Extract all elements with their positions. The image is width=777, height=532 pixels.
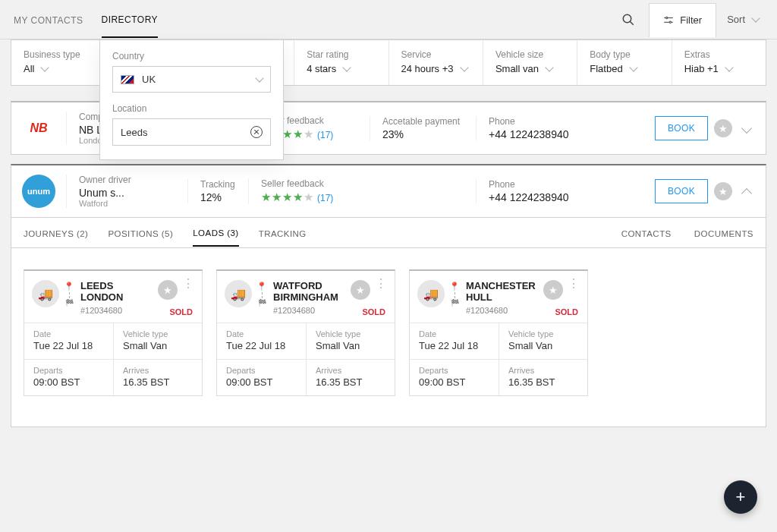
- subtab-contacts[interactable]: CONTACTS: [621, 219, 672, 246]
- filter-value: 4 stars: [307, 63, 336, 74]
- tab-my-contacts[interactable]: MY CONTACTS: [14, 2, 83, 37]
- tracking-value: 12%: [200, 191, 236, 203]
- filter-business-type[interactable]: Business type All: [11, 40, 105, 85]
- chevron-down-icon: [255, 74, 263, 82]
- filter-label: Filter: [680, 14, 702, 26]
- svg-point-0: [624, 14, 632, 23]
- payment-value: 23%: [382, 128, 464, 140]
- truck-icon: 🚚: [32, 280, 59, 307]
- top-tab-bar: MY CONTACTS DIRECTORY Filter Sort: [0, 0, 777, 39]
- feedback-count[interactable]: (17): [317, 130, 333, 140]
- cell-label: Vehicle type: [316, 329, 385, 338]
- load-ref: #12034680: [466, 306, 543, 315]
- subtab-documents[interactable]: DOCUMENTS: [694, 219, 753, 246]
- cell-label: Vehicle type: [123, 329, 193, 338]
- favorite-button[interactable]: ★: [714, 182, 732, 200]
- favorite-button[interactable]: ★: [543, 280, 563, 300]
- star-rating-icon: ★★★★★: [261, 190, 314, 203]
- status-badge: SOLD: [362, 307, 385, 316]
- cell-label: Arrives: [123, 366, 193, 375]
- load-ref: #12034680: [80, 306, 158, 315]
- chevron-down-icon: [725, 63, 733, 71]
- cell-value: Small Van: [316, 340, 385, 351]
- svg-point-3: [666, 17, 668, 18]
- cell-value: Small Van: [123, 340, 193, 351]
- route-from: LEEDS: [80, 280, 158, 291]
- cell-label: Departs: [33, 366, 104, 375]
- country-value: UK: [142, 74, 156, 85]
- clear-icon[interactable]: [250, 126, 263, 138]
- company-name: Unum s...: [79, 187, 175, 199]
- more-menu-button[interactable]: ⋮: [375, 280, 387, 288]
- collapse-row-button[interactable]: [741, 188, 752, 199]
- chevron-down-icon: [460, 63, 468, 71]
- route-to: LONDON: [80, 291, 158, 303]
- filter-label: Star rating: [307, 49, 376, 60]
- company-sub: Watford: [79, 199, 175, 208]
- filter-label: Vehicle size: [495, 49, 565, 60]
- filter-body-type[interactable]: Body type Flatbed: [577, 40, 672, 85]
- filter-value: Small van: [495, 63, 539, 74]
- svg-point-5: [669, 21, 671, 23]
- route-to: HULL: [466, 291, 543, 303]
- search-icon[interactable]: [621, 13, 649, 27]
- location-label: Location: [112, 103, 271, 114]
- chevron-down-icon: [342, 63, 351, 71]
- expand-row-button[interactable]: [741, 123, 752, 134]
- favorite-button[interactable]: ★: [351, 280, 370, 300]
- cell-label: Date: [419, 329, 489, 338]
- cell-value: Small Van: [508, 340, 578, 351]
- book-button[interactable]: BOOK: [655, 116, 708, 140]
- filter-label: Extras: [684, 49, 753, 60]
- route-from: MANCHESTER: [466, 280, 543, 291]
- filter-service[interactable]: Service 24 hours +3: [389, 40, 483, 85]
- sort-button[interactable]: Sort: [716, 6, 769, 33]
- cell-value: 16.35 BST: [508, 376, 578, 388]
- phone-value: +44 1224238940: [489, 191, 577, 203]
- favorite-button[interactable]: ★: [158, 280, 178, 300]
- subtab-positions[interactable]: POSITIONS (5): [108, 219, 173, 246]
- status-badge: SOLD: [169, 307, 193, 316]
- filter-button[interactable]: Filter: [649, 3, 716, 37]
- filter-extras[interactable]: Extras Hiab +1: [672, 40, 766, 85]
- more-menu-button[interactable]: ⋮: [182, 280, 194, 288]
- filter-value: Flatbed: [590, 63, 622, 74]
- cell-value: Tue 22 Jul 18: [33, 340, 104, 351]
- more-menu-button[interactable]: ⋮: [568, 280, 580, 288]
- location-input[interactable]: Leeds: [112, 118, 271, 146]
- country-select[interactable]: UK: [112, 66, 271, 93]
- subtab-loads[interactable]: LOADS (3): [193, 219, 238, 247]
- col-label: Tracking: [200, 179, 236, 190]
- filter-vehicle-size[interactable]: Vehicle size Small van: [483, 40, 577, 85]
- phone-value: +44 1224238940: [489, 128, 577, 140]
- subtab-tracking[interactable]: TRACKING: [259, 219, 307, 246]
- load-card: 🚚 📍🏁 WATFORD BIRMINGHAM #12034680 ★ ⋮ SO…: [216, 269, 395, 396]
- cell-value: 16.35 BST: [316, 376, 385, 388]
- add-fab-button[interactable]: +: [724, 480, 757, 514]
- filter-rating[interactable]: Star rating 4 stars: [294, 40, 388, 85]
- cell-value: Tue 22 Jul 18: [419, 340, 489, 351]
- cell-label: Departs: [226, 366, 297, 375]
- subtab-journeys[interactable]: JOURNEYS (2): [24, 219, 88, 246]
- cell-label: Arrives: [316, 366, 385, 375]
- location-popover: Country UK Location Leeds: [99, 39, 284, 160]
- favorite-button[interactable]: ★: [714, 119, 732, 137]
- cell-label: Date: [226, 329, 297, 338]
- chevron-down-icon: [751, 14, 760, 22]
- filter-value: Hiab +1: [684, 63, 719, 74]
- load-ref: #12034680: [273, 306, 351, 315]
- filter-label: Body type: [590, 49, 659, 60]
- load-card: 🚚 📍🏁 LEEDS LONDON #12034680 ★ ⋮ SOLD Dat…: [24, 269, 203, 396]
- truck-icon: 🚚: [225, 280, 252, 307]
- loads-cards: 🚚 📍🏁 LEEDS LONDON #12034680 ★ ⋮ SOLD Dat…: [11, 248, 766, 427]
- flag-uk-icon: [121, 75, 134, 84]
- truck-icon: 🚚: [417, 280, 445, 307]
- cell-value: 09:00 BST: [226, 376, 297, 388]
- col-label: Seller feedback: [261, 178, 357, 189]
- tab-directory[interactable]: DIRECTORY: [102, 1, 159, 38]
- book-button[interactable]: BOOK: [655, 179, 708, 203]
- feedback-count[interactable]: (17): [317, 193, 333, 203]
- col-label: Phone: [489, 179, 577, 190]
- filter-value: 24 hours +3: [401, 63, 454, 74]
- result-subtabs: JOURNEYS (2) POSITIONS (5) LOADS (3) TRA…: [11, 218, 766, 248]
